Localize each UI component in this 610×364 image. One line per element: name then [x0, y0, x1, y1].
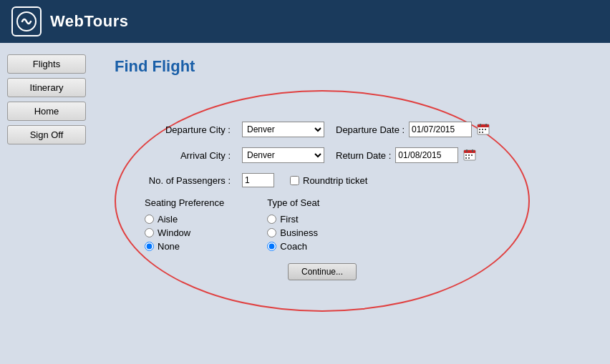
departure-city-label: Departure City : [137, 124, 231, 135]
roundtrip-label: Roundtrip ticket [303, 175, 367, 186]
seat-aisle-option: Aisle [145, 214, 224, 225]
seat-aisle-label: Aisle [158, 214, 178, 225]
roundtrip-group: Roundtrip ticket [290, 175, 367, 186]
type-business-option: Business [267, 227, 319, 238]
logo [11, 6, 42, 36]
svg-rect-18 [468, 157, 470, 159]
seat-window-label: Window [158, 227, 190, 238]
departure-city-select[interactable]: Denver Los Angeles New York Chicago Seat… [242, 122, 324, 137]
preferences-row: Seating Preference Aisle Window None [145, 197, 507, 252]
passengers-input[interactable] [242, 173, 274, 187]
return-date-label: Return Date : [336, 150, 391, 161]
svg-rect-7 [485, 129, 486, 130]
svg-rect-11 [464, 150, 475, 153]
type-of-seat-title: Type of Seat [267, 197, 319, 208]
app-title: WebTours [50, 12, 129, 31]
svg-rect-5 [479, 129, 480, 130]
type-business-label: Business [280, 227, 318, 238]
type-of-seat-section: Type of Seat First Business Coach [267, 197, 319, 252]
svg-rect-9 [482, 132, 483, 133]
form-inner: Departure City : Denver Los Angeles New … [116, 114, 528, 287]
svg-rect-2 [478, 124, 489, 127]
find-flight-form-container: Departure City : Denver Los Angeles New … [115, 90, 530, 312]
arrival-row: Arrival City : Denver Los Angeles New Yo… [137, 147, 507, 163]
return-calendar-icon[interactable] [463, 148, 477, 162]
departure-row: Departure City : Denver Los Angeles New … [137, 122, 507, 137]
svg-rect-8 [479, 132, 480, 133]
sidebar-item-itinerary[interactable]: Itinerary [7, 78, 86, 97]
svg-rect-14 [465, 154, 467, 156]
header: WebTours [0, 0, 610, 43]
return-date-group: Return Date : [336, 147, 477, 163]
arrival-city-label: Arrival City : [137, 150, 231, 161]
sidebar-item-flights[interactable]: Flights [7, 54, 86, 74]
seating-preference-section: Seating Preference Aisle Window None [145, 197, 224, 252]
seating-preference-title: Seating Preference [145, 197, 224, 208]
departure-calendar-icon[interactable] [476, 122, 490, 137]
svg-rect-15 [468, 154, 470, 156]
departure-date-group: Departure Date : [336, 122, 490, 137]
type-coach-option: Coach [267, 241, 319, 252]
seat-none-option: None [145, 241, 224, 252]
continue-row: Continue... [137, 263, 507, 280]
departure-date-input[interactable] [409, 122, 472, 137]
svg-rect-16 [471, 154, 473, 156]
type-business-radio[interactable] [267, 228, 276, 237]
type-first-label: First [280, 214, 298, 225]
arrival-city-select[interactable]: Denver Los Angeles New York Chicago Seat… [242, 147, 324, 163]
type-first-option: First [267, 214, 319, 225]
sidebar: Flights Itinerary Home Sign Off [0, 43, 93, 364]
type-first-radio[interactable] [267, 215, 276, 224]
layout: Flights Itinerary Home Sign Off Find Fli… [0, 43, 610, 364]
type-coach-label: Coach [280, 241, 307, 252]
main-content: Find Flight Departure City : Denver Los … [93, 43, 610, 364]
seat-aisle-radio[interactable] [145, 215, 154, 224]
sidebar-item-home[interactable]: Home [7, 102, 86, 121]
passengers-label: No. of Passengers : [137, 175, 231, 186]
roundtrip-checkbox[interactable] [290, 176, 299, 185]
departure-date-label: Departure Date : [336, 124, 405, 135]
passengers-row: No. of Passengers : Roundtrip ticket [137, 173, 507, 187]
svg-rect-6 [482, 129, 483, 130]
continue-button[interactable]: Continue... [288, 263, 357, 280]
seat-window-option: Window [145, 227, 224, 238]
return-date-input[interactable] [395, 147, 458, 163]
seat-none-radio[interactable] [145, 242, 154, 251]
sidebar-item-signoff[interactable]: Sign Off [7, 125, 86, 144]
seat-none-label: None [158, 241, 180, 252]
type-coach-radio[interactable] [267, 242, 276, 251]
page-title: Find Flight [115, 57, 589, 76]
svg-rect-17 [465, 157, 467, 159]
seat-window-radio[interactable] [145, 228, 154, 237]
